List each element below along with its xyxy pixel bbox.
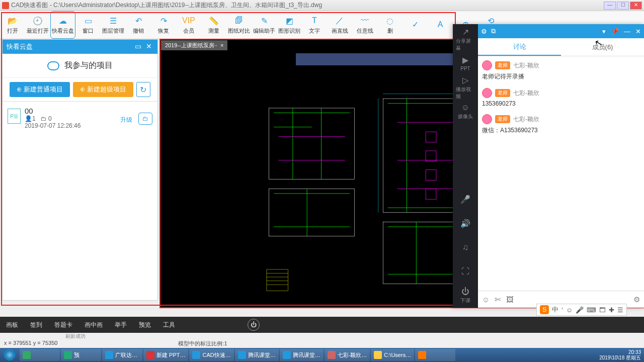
- minimize-button[interactable]: —: [604, 2, 616, 10]
- side-control-icon[interactable]: ⛶: [456, 261, 475, 282]
- tool-举手[interactable]: 举手: [115, 321, 127, 329]
- chat-header: ⚙ ⧉ ▾ 📌 — ✕: [478, 24, 644, 38]
- ribbon-窗口[interactable]: ▭窗口: [75, 11, 101, 39]
- chat-minimize-icon[interactable]: —: [624, 28, 630, 35]
- side-control-icon[interactable]: ♫: [456, 237, 475, 257]
- ime-item[interactable]: 中: [552, 305, 558, 314]
- chat-message: 老师七彩-颖欣1353690273: [482, 88, 640, 107]
- taskbar: 预广联达…新建 PPT…CAD快速…腾讯课堂…腾讯课堂…七彩-颖欣…C:\Use…: [0, 348, 644, 362]
- ribbon-撤销[interactable]: ↶撤销: [126, 11, 151, 39]
- side-分享屏幕[interactable]: ↗分享屏幕: [456, 29, 475, 49]
- ime-item[interactable]: ✚: [609, 306, 614, 314]
- side-PPT[interactable]: ▶PPT: [456, 53, 475, 73]
- ime-item[interactable]: ☰: [617, 306, 623, 314]
- ime-item[interactable]: ': [561, 306, 562, 314]
- ribbon-图层管理[interactable]: ☰图层管理: [101, 11, 126, 39]
- side-播放视频[interactable]: ▷播放视频: [456, 77, 475, 98]
- tab-discussion[interactable]: 讨论: [478, 38, 561, 56]
- popout-icon[interactable]: ⧉: [491, 27, 496, 35]
- power-button[interactable]: ⏻: [248, 319, 260, 331]
- new-super-project-button[interactable]: ⊕ 新建超级项目: [73, 82, 133, 97]
- tool-工具[interactable]: 工具: [163, 321, 175, 329]
- settings-icon[interactable]: ⚙: [633, 295, 640, 304]
- taskbar-item[interactable]: 广联达…: [102, 349, 142, 361]
- ime-bar[interactable]: S 中'☺🎤⌨🗔✚☰: [536, 304, 627, 316]
- 最近打开-icon: 🕘: [32, 15, 43, 26]
- pin-icon[interactable]: 📌: [611, 28, 619, 35]
- cloud-icon: [47, 61, 59, 70]
- tool-签到[interactable]: 签到: [30, 321, 42, 329]
- 窗口-icon: ▭: [83, 15, 94, 26]
- side-control-icon[interactable]: 🎤: [456, 189, 475, 209]
- side-摄像头[interactable]: ☺摄像头: [456, 102, 475, 122]
- 图纸对比-icon: 🗐: [233, 15, 245, 26]
- chat-close-icon[interactable]: ✕: [635, 28, 641, 35]
- emoji-icon[interactable]: ☺: [482, 295, 490, 304]
- tool-预览[interactable]: 预览: [139, 321, 151, 329]
- ime-item[interactable]: 🗔: [599, 306, 606, 314]
- 撤销-icon: ↶: [133, 15, 144, 26]
- status-refresh: 刷新成功: [65, 333, 86, 339]
- ribbon-图形识别[interactable]: ◩图形识别: [277, 11, 302, 39]
- tab-close-icon[interactable]: ×: [220, 42, 223, 48]
- dropdown-icon[interactable]: ▾: [602, 28, 606, 35]
- cloud-close-icon[interactable]: ✕: [144, 42, 153, 51]
- taskbar-item[interactable]: 新建 PPT…: [143, 349, 188, 361]
- cloud-panel: 快看云盘 ▭ ✕ 我参与的项目 ⊕ 新建普通项目 ⊕ 新建超级项目 ↻ P☰ 0…: [2, 39, 158, 301]
- ribbon-恢复[interactable]: ↷恢复: [151, 11, 176, 39]
- svg-rect-4: [426, 132, 436, 142]
- ribbon-icon[interactable]: A: [428, 11, 453, 39]
- maximize-button[interactable]: ☐: [617, 2, 629, 10]
- ribbon-icon[interactable]: ✓: [403, 11, 428, 39]
- ribbon-图纸对比[interactable]: 🗐图纸对比: [226, 11, 252, 39]
- tool-画中画[interactable]: 画中画: [85, 321, 103, 329]
- ribbon-任意线[interactable]: 〰任意线: [352, 11, 377, 39]
- close-button[interactable]: ✕: [630, 2, 642, 10]
- project-item[interactable]: P☰ 00 👤1 🗀 0 2019-07-07 12:26:46 升级 🗀: [3, 101, 157, 134]
- ribbon-画直线[interactable]: ／画直线: [327, 11, 352, 39]
- taskbar-item[interactable]: 腾讯课堂…: [280, 349, 324, 361]
- taskbar-item[interactable]: 七彩-颖欣…: [325, 349, 370, 361]
- ribbon-删[interactable]: ◌删: [377, 11, 403, 39]
- teacher-badge: 老师: [495, 115, 510, 123]
- app-icon: [2, 2, 9, 9]
- ribbon-会员[interactable]: VIP会员: [176, 11, 201, 39]
- ime-item[interactable]: 🎤: [576, 306, 584, 314]
- document-tab[interactable]: 2019--上课图纸泵房·· ×: [161, 40, 227, 50]
- upgrade-link[interactable]: 升级: [120, 116, 132, 124]
- taskbar-item[interactable]: CAD快速…: [189, 349, 233, 361]
- start-button[interactable]: [0, 348, 19, 362]
- 快看云盘-icon: ☁: [57, 15, 68, 26]
- ime-item[interactable]: ⌨: [587, 306, 596, 314]
- image-icon[interactable]: 🖼: [506, 295, 514, 304]
- tab-members[interactable]: 成员(6): [561, 38, 644, 56]
- gear-icon[interactable]: ⚙: [481, 28, 487, 35]
- cloud-pin-icon[interactable]: ▭: [133, 42, 142, 51]
- system-tray[interactable]: 20:33 2019\10\18 星期五: [596, 349, 644, 360]
- taskbar-item[interactable]: 腾讯课堂…: [235, 349, 279, 361]
- ribbon-测量[interactable]: 📏测量: [201, 11, 226, 39]
- tool-答题卡[interactable]: 答题卡: [54, 321, 72, 329]
- ribbon-打开[interactable]: 📂打开: [0, 11, 25, 39]
- tool-画板[interactable]: 画板: [6, 321, 18, 329]
- taskbar-item[interactable]: C:\Users…: [371, 349, 414, 361]
- ime-item[interactable]: ☺: [566, 306, 573, 314]
- open-folder-button[interactable]: 🗀: [138, 113, 152, 125]
- refresh-button[interactable]: ↻: [136, 82, 150, 97]
- new-normal-project-button[interactable]: ⊕ 新建普通项目: [10, 82, 70, 97]
- 删-icon: ◌: [384, 15, 395, 26]
- ribbon-快看云盘[interactable]: ☁快看云盘: [50, 11, 75, 39]
- teacher-badge: 老师: [495, 89, 510, 97]
- ribbon-文字[interactable]: T文字: [302, 11, 327, 39]
- end-class-button[interactable]: ⏻下课: [456, 286, 475, 306]
- avatar: [482, 114, 492, 124]
- scissors-icon[interactable]: ✄: [495, 295, 501, 304]
- tool-icon: A: [435, 19, 446, 30]
- project-section-title: 我参与的项目: [64, 60, 113, 71]
- taskbar-item[interactable]: 预: [61, 349, 101, 361]
- side-control-icon[interactable]: 🔊: [456, 213, 475, 233]
- ribbon-最近打开[interactable]: 🕘最近打开: [25, 11, 50, 39]
- ribbon-编辑助手[interactable]: ✎编辑助手: [252, 11, 277, 39]
- taskbar-item[interactable]: [20, 349, 60, 361]
- taskbar-item[interactable]: [415, 349, 455, 361]
